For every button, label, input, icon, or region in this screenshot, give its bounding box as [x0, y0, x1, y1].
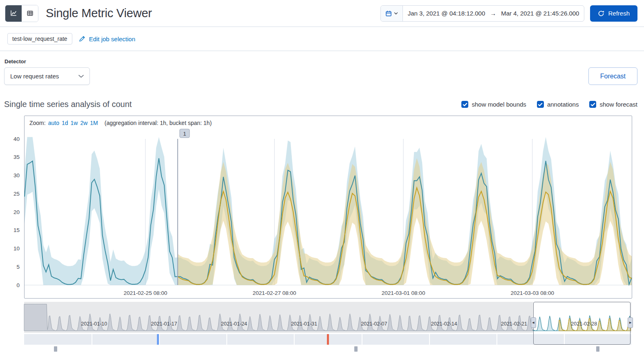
y-axis-tick-label: 20 — [13, 209, 20, 215]
y-axis-tick-label: 35 — [13, 154, 20, 160]
checkbox-label: show model bounds — [472, 101, 526, 108]
check-icon — [590, 103, 595, 107]
check-icon — [463, 103, 467, 107]
detector-field: Detector Low request rates — [4, 58, 90, 85]
context-tick-label: 2021-02-07 — [361, 321, 387, 327]
swimlane-separator — [362, 334, 362, 345]
zoom-bar: Zoom:auto1d1w2w1M(aggregation interval: … — [25, 116, 632, 127]
chevron-down-icon — [78, 75, 84, 78]
y-axis-tick-label: 30 — [13, 172, 20, 178]
y-axis-tick-label: 0 — [16, 282, 20, 288]
start-date-button[interactable]: Jan 3, 2021 @ 04:18:12.000 — [403, 6, 490, 21]
context-tick-label: 2021-01-10 — [81, 321, 107, 327]
checkbox-box — [461, 101, 468, 108]
annotations-lane[interactable] — [24, 346, 631, 353]
date-range-picker: Jan 3, 2021 @ 04:18:12.000 → Mar 4, 2021… — [380, 5, 585, 22]
y-axis-tick-label: 5 — [16, 264, 20, 270]
detector-selected-value: Low request rates — [10, 73, 59, 80]
calendar-icon — [385, 10, 392, 17]
zoom-link-auto[interactable]: auto — [48, 120, 59, 126]
checkbox-show-model-bounds[interactable]: show model bounds — [461, 101, 526, 108]
date-range-arrow-icon: → — [490, 10, 496, 17]
chevron-down-icon — [394, 12, 398, 15]
job-selection-row: test-low_request_rate Edit job selection — [0, 27, 644, 51]
brush-left-handle[interactable]: ◀ — [531, 317, 536, 328]
context-tick-label: 2021-01-17 — [151, 321, 177, 327]
refresh-button[interactable]: Refresh — [590, 5, 637, 22]
brush-right-handle[interactable]: ▶ — [628, 317, 633, 328]
checkbox-label: show forecast — [599, 101, 637, 108]
aggregation-info: (aggregation interval: 1h, bucket span: … — [105, 120, 212, 126]
line-chart-icon — [10, 10, 17, 17]
table-icon — [27, 10, 34, 17]
swimlane-separator — [496, 334, 497, 345]
x-axis-tick-label: 2021-03-01 08:00 — [382, 290, 425, 296]
swimlane-separator — [92, 334, 92, 345]
end-date-button[interactable]: Mar 4, 2021 @ 21:45:26.000 — [496, 6, 584, 21]
x-axis-tick-label: 2021-02-27 08:00 — [253, 290, 296, 296]
forecast-bounds-area — [178, 158, 632, 285]
forecast-button[interactable]: Forecast — [588, 67, 637, 85]
job-id-badge: test-low_request_rate — [7, 33, 72, 45]
x-axis-tick-label: 2021-02-25 08:00 — [124, 290, 168, 296]
refresh-icon — [598, 10, 604, 17]
zoom-label: Zoom: — [29, 120, 46, 126]
context-chart-section: 2021-01-102021-01-172021-01-242021-01-31… — [24, 302, 631, 353]
calendar-dropdown-button[interactable] — [381, 6, 403, 21]
main-chart-panel: Zoom:auto1d1w2w1M(aggregation interval: … — [24, 116, 632, 299]
annotation-tick[interactable] — [596, 346, 599, 352]
zoom-link-1M[interactable]: 1M — [90, 120, 98, 126]
swimlane-separator — [429, 334, 430, 345]
zoom-link-1d[interactable]: 1d — [62, 120, 68, 126]
swimlane-anomaly-marker[interactable] — [157, 334, 159, 345]
edit-job-selection-link[interactable]: Edit job selection — [79, 36, 135, 42]
annotation-badge-label: 1 — [183, 131, 186, 137]
analysis-heading: Single time series analysis of count — [4, 100, 132, 109]
swimlane-anomaly-marker[interactable] — [327, 334, 329, 345]
context-tick-label: 2021-01-24 — [221, 321, 247, 327]
zoom-link-1w[interactable]: 1w — [71, 120, 78, 126]
check-icon — [538, 103, 543, 107]
checkbox-box — [537, 101, 544, 108]
header: Single Metric Viewer Jan 3, 2021 @ 04:18… — [0, 0, 644, 27]
checkbox-annotations[interactable]: annotations — [537, 101, 579, 108]
chart-options-checkboxes: show model boundsannotationsshow forecas… — [461, 101, 637, 108]
single-metric-viewer-page: Single Metric Viewer Jan 3, 2021 @ 04:18… — [0, 0, 644, 353]
pencil-icon — [79, 36, 85, 42]
detector-select[interactable]: Low request rates — [4, 67, 90, 85]
x-axis-tick-label: 2021-03-03 08:00 — [510, 290, 554, 296]
annotation-tick[interactable] — [54, 346, 57, 352]
detector-label: Detector — [4, 58, 90, 65]
context-tick-label: 2021-02-21 — [501, 321, 527, 327]
y-axis-tick-label: 25 — [13, 191, 20, 197]
checkbox-label: annotations — [547, 101, 579, 108]
zoom-link-2w[interactable]: 2w — [80, 120, 87, 126]
context-tick-label: 2021-01-31 — [291, 321, 317, 327]
swimlane-separator — [294, 334, 295, 345]
page-title: Single Metric Viewer — [46, 7, 152, 20]
swimlane-separator — [159, 334, 160, 345]
chart-view-button[interactable] — [5, 5, 22, 22]
swimlane-separator — [226, 334, 227, 345]
checkbox-box — [589, 101, 596, 108]
y-axis-tick-label: 10 — [13, 245, 20, 252]
annotation-tick[interactable] — [354, 346, 358, 352]
y-axis-tick-label: 40 — [13, 136, 20, 142]
refresh-label: Refresh — [608, 10, 630, 17]
checkbox-show-forecast[interactable]: show forecast — [589, 101, 637, 108]
y-axis-tick-label: 15 — [13, 227, 20, 233]
view-toggle-group — [5, 5, 38, 22]
main-time-series-chart[interactable]: 105101520253035402021-02-25 08:002021-02… — [25, 127, 632, 298]
unselected-mask-left — [24, 302, 533, 333]
analysis-header-row: Single time series analysis of count sho… — [0, 85, 644, 116]
time-selection-brush[interactable]: ◀ ▶ — [533, 302, 631, 345]
table-view-button[interactable] — [22, 5, 38, 22]
detector-row: Detector Low request rates Forecast — [0, 51, 644, 85]
edit-job-selection-label: Edit job selection — [89, 36, 135, 42]
context-tick-label: 2021-02-14 — [431, 321, 457, 327]
